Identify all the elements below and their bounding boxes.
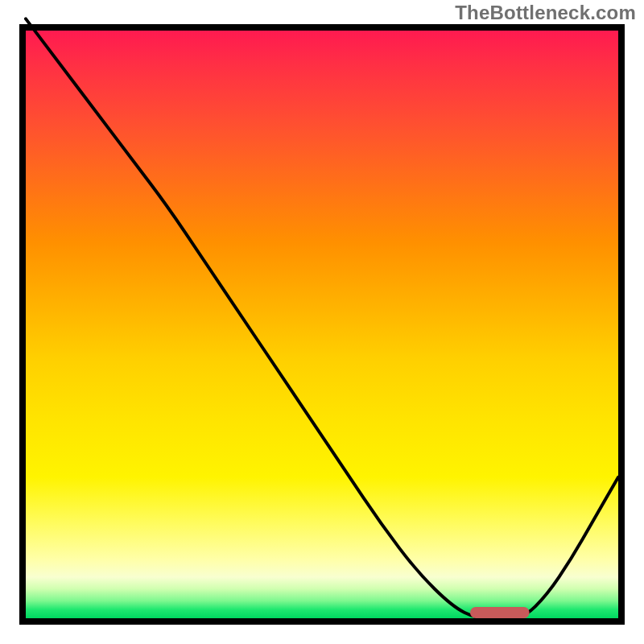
optimal-marker	[470, 607, 530, 618]
plot-area	[19, 24, 625, 625]
chart-container: TheBottleneck.com	[0, 0, 644, 644]
bottleneck-curve	[26, 19, 618, 618]
chart-svg	[26, 31, 618, 618]
watermark-text: TheBottleneck.com	[455, 2, 636, 24]
